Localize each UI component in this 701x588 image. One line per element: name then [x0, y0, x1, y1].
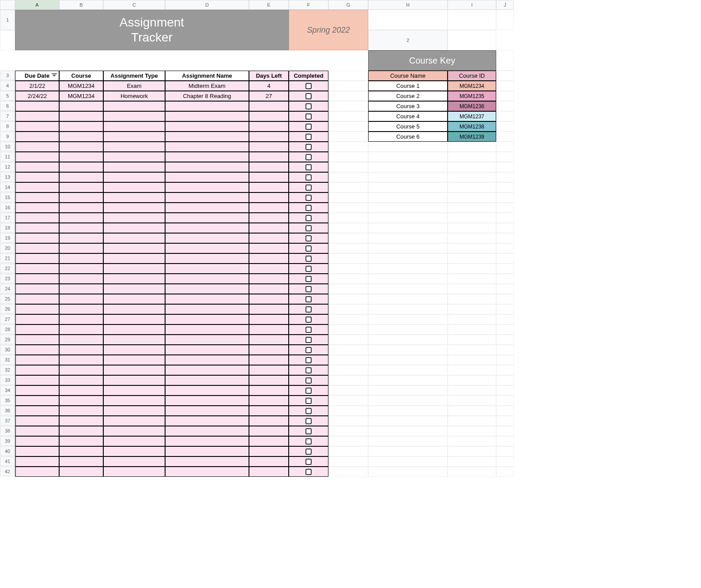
cell-assignment-name[interactable]: Midterm Exam [165, 81, 249, 91]
cell-assignment-type[interactable] [103, 121, 165, 132]
cell-assignment-name[interactable] [165, 314, 249, 324]
empty-cell[interactable] [496, 172, 514, 182]
course-key-id[interactable]: MGM1236 [448, 101, 496, 111]
cell-assignment-type[interactable] [103, 324, 165, 335]
row-header-18[interactable]: 18 [0, 223, 15, 233]
cell-completed[interactable] [289, 223, 328, 233]
empty-cell[interactable] [496, 132, 514, 142]
cell-assignment-name[interactable] [165, 345, 249, 355]
cell-course[interactable] [59, 132, 103, 142]
cell-completed[interactable] [289, 456, 328, 467]
cell-course[interactable] [59, 396, 103, 406]
row-header-19[interactable]: 19 [0, 233, 15, 243]
empty-cell[interactable] [448, 10, 496, 30]
row-header-28[interactable]: 28 [0, 324, 15, 334]
cell-completed[interactable] [289, 264, 328, 274]
column-header-D[interactable]: D [165, 0, 249, 10]
cell-completed[interactable] [289, 467, 328, 477]
cell-due-date[interactable] [15, 406, 59, 416]
cell-completed[interactable] [289, 253, 328, 264]
empty-cell[interactable] [328, 456, 368, 467]
cell-assignment-name[interactable] [165, 355, 249, 365]
checkbox-icon[interactable] [305, 357, 312, 363]
row-header-35[interactable]: 35 [0, 396, 15, 405]
cell-assignment-type[interactable] [103, 456, 165, 467]
cell-assignment-name[interactable] [165, 304, 249, 314]
empty-cell[interactable] [448, 152, 496, 162]
empty-cell[interactable] [368, 213, 448, 223]
cell-assignment-name[interactable] [165, 436, 249, 446]
cell-assignment-name[interactable] [165, 213, 249, 223]
cell-assignment-type[interactable] [103, 436, 165, 446]
empty-cell[interactable] [496, 243, 514, 253]
cell-completed[interactable] [289, 335, 328, 345]
cell-days-left[interactable] [249, 243, 289, 253]
empty-cell[interactable] [448, 314, 496, 324]
empty-cell[interactable] [448, 456, 496, 467]
cell-course[interactable] [59, 162, 103, 172]
cell-assignment-name[interactable] [165, 335, 249, 345]
cell-days-left[interactable]: 4 [249, 81, 289, 91]
cell-days-left[interactable] [249, 111, 289, 121]
cell-course[interactable] [59, 416, 103, 426]
empty-cell[interactable] [496, 192, 514, 203]
cell-assignment-type[interactable] [103, 345, 165, 355]
row-header-24[interactable]: 24 [0, 284, 15, 294]
checkbox-icon[interactable] [305, 215, 312, 221]
empty-cell[interactable] [328, 152, 368, 162]
header-completed[interactable]: Completed [289, 71, 328, 81]
cell-days-left[interactable] [249, 314, 289, 324]
cell-completed[interactable] [289, 375, 328, 385]
empty-cell[interactable] [496, 314, 514, 324]
empty-cell[interactable] [368, 436, 448, 446]
cell-days-left[interactable] [249, 213, 289, 223]
empty-cell[interactable] [496, 385, 514, 396]
cell-days-left[interactable] [249, 172, 289, 182]
empty-cell[interactable] [496, 365, 514, 375]
cell-days-left[interactable] [249, 162, 289, 172]
empty-cell[interactable] [368, 396, 448, 406]
cell-due-date[interactable] [15, 223, 59, 233]
cell-completed[interactable] [289, 81, 328, 91]
row-header-15[interactable]: 15 [0, 192, 15, 202]
cell-assignment-type[interactable] [103, 467, 165, 477]
checkbox-icon[interactable] [305, 296, 312, 302]
cell-days-left[interactable] [249, 284, 289, 294]
checkbox-icon[interactable] [305, 144, 312, 150]
cell-due-date[interactable] [15, 274, 59, 284]
empty-cell[interactable] [328, 71, 368, 81]
empty-cell[interactable] [496, 294, 514, 304]
cell-days-left[interactable] [249, 264, 289, 274]
cell-assignment-name[interactable] [165, 406, 249, 416]
cell-due-date[interactable] [15, 426, 59, 436]
cell-assignment-name[interactable] [165, 446, 249, 456]
cell-due-date[interactable] [15, 142, 59, 152]
empty-cell[interactable] [448, 274, 496, 284]
row-header-1[interactable]: 1 [0, 10, 15, 30]
empty-cell[interactable] [448, 142, 496, 152]
empty-cell[interactable] [328, 264, 368, 274]
row-header-39[interactable]: 39 [0, 436, 15, 446]
cell-due-date[interactable] [15, 192, 59, 203]
checkbox-icon[interactable] [305, 276, 312, 282]
cell-days-left[interactable] [249, 294, 289, 304]
empty-cell[interactable] [368, 162, 448, 172]
column-header-F[interactable]: F [289, 0, 328, 10]
empty-cell[interactable] [496, 467, 514, 477]
header-assignment-type[interactable]: Assignment Type [103, 71, 165, 81]
empty-cell[interactable] [328, 81, 368, 91]
empty-cell[interactable] [448, 365, 496, 375]
empty-cell[interactable] [328, 284, 368, 294]
cell-course[interactable] [59, 294, 103, 304]
row-header-7[interactable]: 7 [0, 111, 15, 121]
empty-cell[interactable] [368, 467, 448, 477]
empty-cell[interactable] [448, 385, 496, 396]
empty-cell[interactable] [496, 416, 514, 426]
empty-cell[interactable] [368, 172, 448, 182]
cell-course[interactable] [59, 152, 103, 162]
cell-due-date[interactable] [15, 182, 59, 192]
cell-due-date[interactable] [15, 284, 59, 294]
empty-cell[interactable] [368, 243, 448, 253]
row-header-34[interactable]: 34 [0, 385, 15, 395]
cell-completed[interactable] [289, 355, 328, 365]
